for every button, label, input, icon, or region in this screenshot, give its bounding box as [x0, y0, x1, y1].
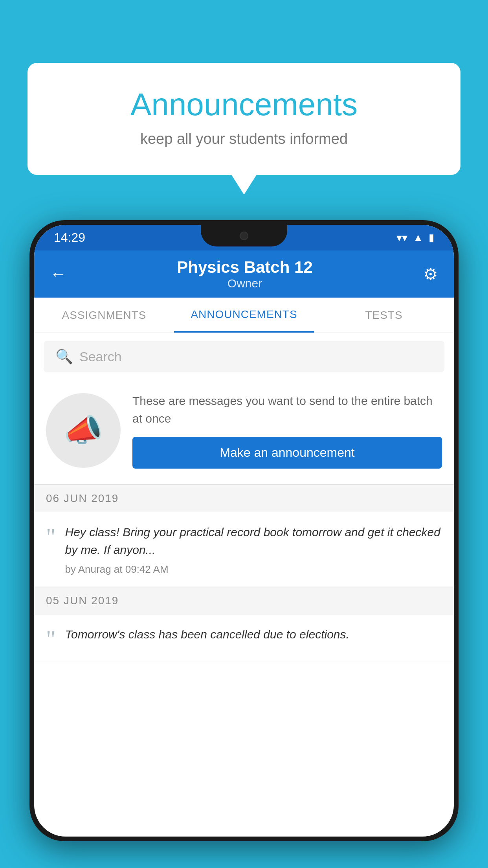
announcement-meta-1: by Anurag at 09:42 AM	[65, 563, 442, 576]
signal-icon: ▲	[413, 232, 423, 244]
tabs-container: ASSIGNMENTS ANNOUNCEMENTS TESTS	[34, 298, 454, 333]
speech-bubble: Announcements keep all your students inf…	[28, 63, 460, 175]
tab-assignments[interactable]: ASSIGNMENTS	[34, 298, 174, 333]
phone-screen: 14:29 ▾▾ ▲ ▮ ← Physics Batch 12 Owner ⚙	[34, 225, 454, 837]
app-bar-subtitle: Owner	[70, 277, 419, 290]
search-icon: 🔍	[55, 348, 73, 365]
phone-frame: 14:29 ▾▾ ▲ ▮ ← Physics Batch 12 Owner ⚙	[29, 220, 459, 841]
promo-card: 📣 These are messages you want to send to…	[34, 380, 454, 485]
app-bar-title-container: Physics Batch 12 Owner	[70, 258, 419, 290]
announcement-content-2: Tomorrow's class has been cancelled due …	[65, 625, 442, 648]
app-bar: ← Physics Batch 12 Owner ⚙	[34, 250, 454, 298]
date-label-2: 05 JUN 2019	[46, 594, 119, 607]
quote-icon-1: "	[46, 525, 56, 548]
date-divider-2: 05 JUN 2019	[34, 587, 454, 614]
battery-icon: ▮	[429, 232, 434, 244]
tab-tests[interactable]: TESTS	[314, 298, 454, 333]
phone-container: 14:29 ▾▾ ▲ ▮ ← Physics Batch 12 Owner ⚙	[29, 220, 459, 868]
promo-icon-circle: 📣	[46, 393, 121, 468]
app-bar-title: Physics Batch 12	[70, 258, 419, 277]
quote-icon-2: "	[46, 627, 56, 651]
camera	[240, 232, 248, 240]
search-bar[interactable]: 🔍 Search	[44, 341, 444, 372]
announcement-text-2: Tomorrow's class has been cancelled due …	[65, 625, 442, 643]
promo-description: These are messages you want to send to t…	[132, 392, 442, 427]
announcement-text-1: Hey class! Bring your practical record b…	[65, 523, 442, 559]
tab-announcements[interactable]: ANNOUNCEMENTS	[174, 298, 314, 333]
phone-notch	[201, 225, 287, 246]
speech-bubble-title: Announcements	[59, 86, 429, 123]
wifi-icon: ▾▾	[396, 231, 407, 244]
status-time: 14:29	[54, 230, 85, 245]
speech-bubble-subtitle: keep all your students informed	[59, 131, 429, 147]
announcement-content-1: Hey class! Bring your practical record b…	[65, 523, 442, 576]
search-input[interactable]: Search	[79, 349, 122, 364]
announcement-item-1[interactable]: " Hey class! Bring your practical record…	[34, 512, 454, 587]
megaphone-icon: 📣	[64, 412, 103, 449]
back-button[interactable]: ←	[46, 261, 70, 287]
speech-bubble-container: Announcements keep all your students inf…	[28, 63, 460, 175]
date-label-1: 06 JUN 2019	[46, 492, 119, 504]
status-icons: ▾▾ ▲ ▮	[396, 231, 434, 244]
promo-content: These are messages you want to send to t…	[132, 392, 442, 469]
make-announcement-button[interactable]: Make an announcement	[132, 437, 442, 469]
announcement-item-2[interactable]: " Tomorrow's class has been cancelled du…	[34, 614, 454, 662]
date-divider-1: 06 JUN 2019	[34, 485, 454, 512]
settings-icon[interactable]: ⚙	[419, 261, 442, 288]
search-bar-container: 🔍 Search	[34, 333, 454, 380]
